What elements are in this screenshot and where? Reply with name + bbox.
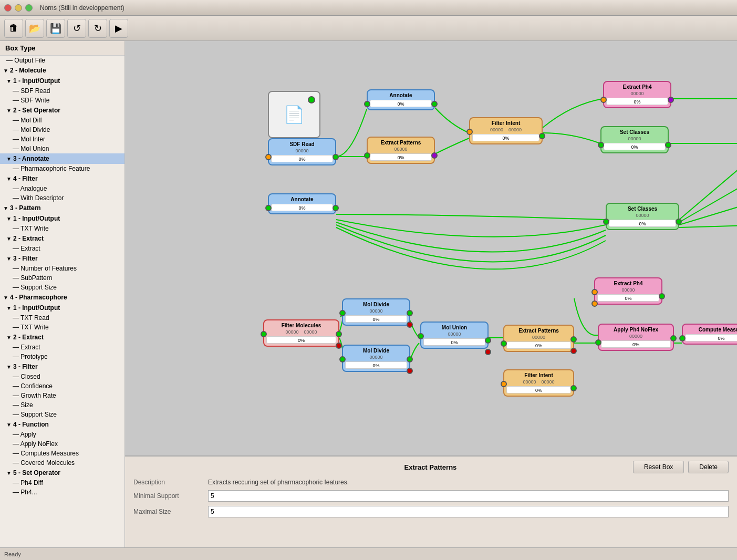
sidebar-item-ph4-etc[interactable]: — Ph4... — [0, 488, 124, 497]
mol-divide-node-1[interactable]: Mol Divide 00000 0% — [342, 298, 410, 326]
sidebar-item-extract[interactable]: — Extract — [0, 244, 124, 253]
toolbar: 🗑 📂 💾 ↺ ↻ ▶ — [0, 16, 737, 41]
canvas-area[interactable]: 📄 SDF Read 00000 0% Annotate 0% — [125, 41, 737, 455]
sidebar-item-output-file[interactable]: — Output File — [0, 56, 124, 65]
sidebar-item-pat-2-extract[interactable]: ▼2 - Extract — [0, 233, 124, 244]
extract-ph4-node-1[interactable]: Extract Ph4 00000 0% — [603, 81, 671, 108]
sidebar-item-txt-write2[interactable]: — TXT Write — [0, 323, 124, 332]
filter-molecules-node[interactable]: Filter Molecules 0000000000 0% — [263, 319, 339, 347]
sidebar: Box Type — Output File ▼2 - Molecule ▼1 … — [0, 41, 125, 547]
maximal-size-label: Maximal Size — [133, 508, 202, 515]
annotate-node-1[interactable]: Annotate 0% — [367, 89, 435, 110]
filter-intent-node-1[interactable]: Filter Intent 0000000000 0% — [469, 117, 543, 144]
compute-measure-node[interactable]: Compute Measure 0% — [682, 324, 737, 345]
sidebar-item-2-molecule[interactable]: ▼2 - Molecule — [0, 65, 124, 76]
run-tool-button[interactable]: ▶ — [109, 19, 128, 38]
set-classes-node-2[interactable]: Set Classes 00000 0% — [606, 203, 679, 230]
sidebar-item-5-set-operator[interactable]: ▼5 - Set Operator — [0, 468, 124, 478]
annotate-node-2[interactable]: Annotate 0% — [268, 193, 336, 214]
sidebar-item-prototype[interactable]: — Prototype — [0, 352, 124, 361]
bottom-title: Extract Patterns — [238, 463, 622, 471]
extract-patterns-node-2[interactable]: Extract Patterns 00000 0% — [503, 325, 574, 352]
sidebar-item-ph4-diff[interactable]: — Ph4 Diff — [0, 478, 124, 488]
canvas-scroll[interactable]: 📄 SDF Read 00000 0% Annotate 0% — [125, 41, 737, 455]
open-tool-button[interactable]: 📂 — [25, 19, 44, 38]
sidebar-item-support-size-ph[interactable]: — Support Size — [0, 410, 124, 419]
sidebar-item-sdf-read[interactable]: — SDF Read — [0, 86, 124, 96]
main-layout: Box Type — Output File ▼2 - Molecule ▼1 … — [0, 41, 737, 547]
sidebar-item-confidence[interactable]: — Confidence — [0, 381, 124, 391]
delete-tool-button[interactable]: 🗑 — [4, 19, 23, 38]
reset-box-button[interactable]: Reset Box — [633, 461, 684, 473]
minimal-support-label: Minimal Support — [133, 492, 202, 500]
maximal-size-row: Maximal Size — [133, 506, 729, 517]
canvas-wrapper: 📄 SDF Read 00000 0% Annotate 0% — [125, 41, 737, 547]
titlebar: Norns (Still in developpement) — [0, 0, 737, 16]
sidebar-item-mol-divide[interactable]: — Mol Divide — [0, 125, 124, 134]
sidebar-item-ph-2-extract[interactable]: ▼2 - Extract — [0, 332, 124, 343]
sidebar-item-covered-molecules[interactable]: — Covered Molecules — [0, 458, 124, 468]
filter-intent-node-2[interactable]: Filter Intent 0000000000 0% — [503, 369, 574, 397]
sidebar-item-4-filter-mol[interactable]: ▼4 - Filter — [0, 173, 124, 184]
statusbar: Ready — [0, 547, 737, 560]
description-value: Extracts reccuring set of pharmacophoric… — [208, 479, 349, 486]
sidebar-item-number-of-features[interactable]: — Number of Features — [0, 264, 124, 273]
close-button[interactable] — [4, 4, 12, 12]
canvas-inner: 📄 SDF Read 00000 0% Annotate 0% — [125, 41, 737, 409]
minimal-support-input[interactable] — [208, 490, 729, 502]
extract-ph4-node-2[interactable]: Extract Ph4 00000 0% — [594, 277, 662, 305]
minimal-support-row: Minimal Support — [133, 490, 729, 502]
maximal-size-input[interactable] — [208, 506, 729, 517]
sidebar-item-subpattern[interactable]: — SubPattern — [0, 273, 124, 283]
sidebar-item-4-pharmacophore[interactable]: ▼4 - Pharmacophore — [0, 292, 124, 303]
sidebar-item-mol-union[interactable]: — Mol Union — [0, 144, 124, 153]
sidebar-item-apply[interactable]: — Apply — [0, 430, 124, 439]
sidebar-item-3-pattern[interactable]: ▼3 - Pattern — [0, 203, 124, 213]
sidebar-item-mol-inter[interactable]: — Mol Inter — [0, 134, 124, 144]
status-text: Ready — [4, 551, 21, 557]
sidebar-item-pat-3-filter[interactable]: ▼3 - Filter — [0, 253, 124, 264]
bottom-panel: Extract Patterns Reset Box Delete Descri… — [125, 455, 737, 547]
sidebar-item-growth-rate[interactable]: — Growth Rate — [0, 391, 124, 400]
set-classes-node-1[interactable]: Set Classes 00000 0% — [600, 126, 669, 153]
extract-patterns-node-1[interactable]: Extract Patterns 00000 0% — [367, 137, 435, 164]
sidebar-item-analogue[interactable]: — Analogue — [0, 184, 124, 193]
sidebar-item-with-descriptor[interactable]: — With Descriptor — [0, 193, 124, 203]
sidebar-item-computes-measures[interactable]: — Computes Measures — [0, 449, 124, 458]
sidebar-item-mol-diff[interactable]: — Mol Diff — [0, 116, 124, 125]
sidebar-item-1-inputoutput[interactable]: ▼1 - Input/Output — [0, 76, 124, 86]
sdf-read-node[interactable]: SDF Read 00000 0% — [268, 138, 336, 165]
sidebar-item-txt-write[interactable]: — TXT Write — [0, 224, 124, 233]
sidebar-item-support-size-pat[interactable]: — Support Size — [0, 283, 124, 292]
delete-box-button[interactable]: Delete — [688, 461, 729, 473]
window-title: Norns (Still in developpement) — [40, 4, 124, 12]
sidebar-header: Box Type — [0, 41, 124, 56]
sidebar-item-pharmacophoric[interactable]: — Pharmacophoric Feature — [0, 164, 124, 173]
redo-tool-button[interactable]: ↻ — [88, 19, 107, 38]
mol-union-node[interactable]: Mol Union 00000 0% — [420, 322, 489, 349]
sidebar-item-3-annotate[interactable]: ▼3 - Annotate — [0, 153, 124, 164]
bottom-header: Extract Patterns Reset Box Delete — [133, 461, 729, 473]
sidebar-item-2-set-operator[interactable]: ▼2 - Set Operator — [0, 105, 124, 116]
undo-tool-button[interactable]: ↺ — [67, 19, 86, 38]
minimize-button[interactable] — [15, 4, 22, 12]
sidebar-item-ph-1-io[interactable]: ▼1 - Input/Output — [0, 303, 124, 313]
sidebar-item-size[interactable]: — Size — [0, 400, 124, 410]
save-tool-button[interactable]: 💾 — [46, 19, 65, 38]
sidebar-item-apply-noflex[interactable]: — Apply NoFlex — [0, 439, 124, 449]
sidebar-item-closed[interactable]: — Closed — [0, 372, 124, 381]
mol-divide-node-2[interactable]: Mol Divide 00000 0% — [342, 345, 410, 372]
sidebar-item-txt-read[interactable]: — TXT Read — [0, 313, 124, 323]
sidebar-item-ph-3-filter[interactable]: ▼3 - Filter — [0, 361, 124, 372]
sidebar-item-4-function[interactable]: ▼4 - Function — [0, 419, 124, 430]
apply-ph4-node[interactable]: Apply Ph4 NoFlex 00000 0% — [598, 324, 674, 351]
description-row: Description Extracts reccuring set of ph… — [133, 479, 729, 486]
sidebar-item-pat-1-io[interactable]: ▼1 - Input/Output — [0, 213, 124, 224]
sidebar-item-extract2[interactable]: — Extract — [0, 343, 124, 352]
description-label: Description — [133, 479, 202, 486]
maximize-button[interactable] — [25, 4, 33, 12]
sidebar-item-sdf-write[interactable]: — SDF Write — [0, 96, 124, 105]
doc-icon-node[interactable]: 📄 — [268, 91, 320, 138]
